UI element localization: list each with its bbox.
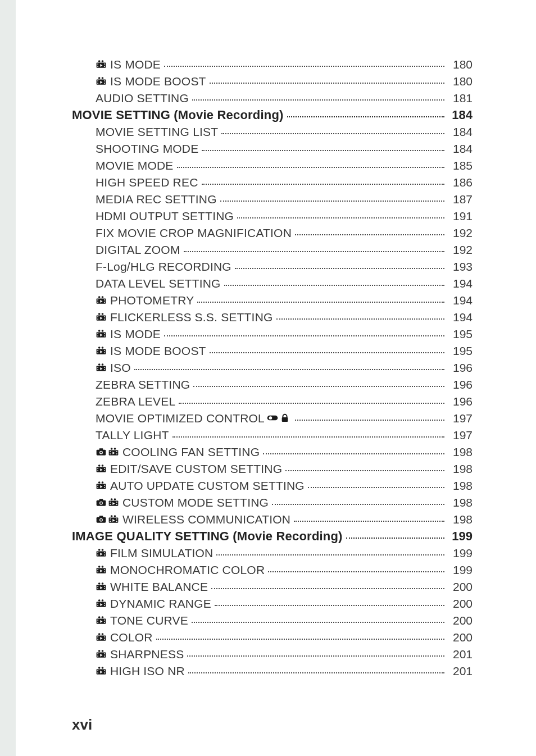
toc-entry-label: HIGH SPEED REC: [96, 174, 198, 191]
toc-entry-page: 192: [448, 225, 473, 242]
toc-entry[interactable]: ZEBRA SETTING 196: [72, 376, 473, 393]
toc-entry-page: 197: [448, 410, 473, 427]
toc-entry[interactable]: HIGH SPEED REC186: [72, 174, 473, 191]
toc-entry[interactable]: WHITE BALANCE200: [72, 579, 473, 595]
toc-entry-label: DATA LEVEL SETTING: [96, 275, 221, 292]
toc-leader-dots: [346, 537, 444, 539]
toc-entry-page: 200: [448, 629, 473, 646]
movie-icon: [96, 329, 107, 338]
toc-entry[interactable]: SHOOTING MODE184: [72, 140, 473, 157]
toc-leader-dots: [134, 368, 444, 370]
toc-entry-label: FILM SIMULATION: [110, 545, 213, 562]
toc-entry[interactable]: IS MODE195: [72, 326, 473, 343]
toc-entry[interactable]: MONOCHROMATIC COLOR 199: [72, 562, 473, 579]
toc-entry-page: 196: [448, 376, 473, 393]
toc-entry-label: TONE CURVE: [110, 612, 188, 629]
toc-entry[interactable]: TONE CURVE 200: [72, 612, 473, 629]
toc-leader-dots: [197, 301, 444, 303]
toc-leader-dots: [272, 503, 444, 505]
toc-entry[interactable]: IS MODE BOOST180: [72, 73, 473, 90]
toc-entry[interactable]: CUSTOM MODE SETTING198: [72, 494, 473, 511]
toc-entry-label: ZEBRA LEVEL: [96, 393, 175, 410]
movie-icon: [96, 649, 107, 658]
toc-entry[interactable]: IS MODE180: [72, 56, 473, 73]
toc-entry[interactable]: MOVIE OPTIMIZED CONTROL 197: [72, 410, 473, 427]
toc-entry-label: MOVIE SETTING LIST: [96, 124, 218, 140]
toc-leader-dots: [268, 571, 444, 572]
toc-entry-label: FIX MOVIE CROP MAGNIFICATION: [96, 225, 292, 242]
toc-entry-label: AUTO UPDATE CUSTOM SETTING: [110, 477, 305, 494]
toc-entry[interactable]: DATA LEVEL SETTING 194: [72, 275, 473, 292]
toc-entry-icons: [96, 498, 120, 507]
toc-entry[interactable]: PHOTOMETRY 194: [72, 292, 473, 309]
movie-icon: [96, 666, 107, 675]
toc-entry-icons: [96, 616, 108, 625]
toc-entry-page: 184: [448, 124, 473, 140]
toc-entry[interactable]: SHARPNESS201: [72, 646, 473, 663]
toc-entry-icons: [96, 76, 108, 85]
toc-leader-dots: [308, 486, 444, 488]
toc-section-heading[interactable]: MOVIE SETTING (Movie Recording)184: [72, 107, 473, 124]
toc-entry-page: 198: [448, 494, 473, 511]
toc-entry-label: WIRELESS COMMUNICATION: [122, 511, 290, 528]
toc-entry[interactable]: HDMI OUTPUT SETTING191: [72, 208, 473, 225]
toc-leader-dots: [237, 217, 444, 218]
toc-entry[interactable]: IS MODE BOOST195: [72, 343, 473, 359]
movie-icon: [96, 565, 107, 574]
toc-entry-page: 195: [448, 343, 473, 359]
toc-entry[interactable]: HIGH ISO NR201: [72, 663, 473, 680]
toc-entry-page: 199: [448, 528, 473, 545]
toc-entry[interactable]: COOLING FAN SETTING198: [72, 444, 473, 461]
toc-entry[interactable]: AUTO UPDATE CUSTOM SETTING 198: [72, 477, 473, 494]
toc-entry-label: IS MODE BOOST: [110, 343, 206, 359]
toc-entry[interactable]: FILM SIMULATION199: [72, 545, 473, 562]
page-number-footer: xvi: [72, 716, 92, 734]
toc-entry-page: 201: [448, 646, 473, 663]
toc-entry[interactable]: ZEBRA LEVEL 196: [72, 393, 473, 410]
toc-leader-dots: [220, 200, 444, 202]
toc-entry-page: 193: [448, 258, 473, 275]
toc-entry[interactable]: F-Log/HLG RECORDING 193: [72, 258, 473, 275]
toc-entry-page: 192: [448, 242, 473, 258]
toc-entry[interactable]: DYNAMIC RANGE200: [72, 595, 473, 612]
toc-entry-icons: [96, 565, 108, 574]
toc-entry-page: 197: [448, 427, 473, 444]
toc-entry-page: 184: [448, 140, 473, 157]
toc-entry[interactable]: COLOR200: [72, 629, 473, 646]
toc-leader-dots: [164, 335, 444, 336]
toc-entry[interactable]: MOVIE SETTING LIST184: [72, 124, 473, 140]
toc-entry-page: 200: [448, 579, 473, 595]
toc-entry[interactable]: MOVIE MODE185: [72, 157, 473, 174]
movie-icon: [96, 481, 107, 490]
toc-entry-label: EDIT/SAVE CUSTOM SETTING: [110, 461, 282, 477]
toc-entry[interactable]: FLICKERLESS S.S. SETTING194: [72, 309, 473, 326]
toc-entry-label: COOLING FAN SETTING: [122, 444, 260, 461]
camera-icon: [96, 447, 107, 456]
toc-entry-page: 187: [448, 191, 473, 208]
toc-entry[interactable]: FIX MOVIE CROP MAGNIFICATION 192: [72, 225, 473, 242]
toc-section-heading[interactable]: IMAGE QUALITY SETTING (Movie Recording) …: [72, 528, 473, 545]
toc-leader-dots: [192, 99, 444, 101]
toc-entry-label: COLOR: [110, 629, 153, 646]
toc-entry[interactable]: WIRELESS COMMUNICATION198: [72, 511, 473, 528]
toc-entry-label: WHITE BALANCE: [110, 579, 208, 595]
toc-entry-icons: [96, 329, 108, 338]
toc-entry[interactable]: AUDIO SETTING181: [72, 90, 473, 107]
toc-entry-icons: [96, 295, 108, 304]
toc-entry[interactable]: ISO196: [72, 359, 473, 376]
toc-entry-label: MONOCHROMATIC COLOR: [110, 562, 265, 579]
camera-icon: [96, 498, 107, 507]
toc-entry-page: 194: [448, 292, 473, 309]
toc-leader-dots: [210, 82, 444, 84]
toc-entry-label: IS MODE: [110, 326, 161, 343]
toc-leader-dots: [193, 385, 444, 387]
toc-entry[interactable]: DIGITAL ZOOM192: [72, 242, 473, 258]
toc-entry-icons: [96, 363, 108, 372]
toc-entry-page: 198: [448, 444, 473, 461]
toc-entry[interactable]: EDIT/SAVE CUSTOM SETTING198: [72, 461, 473, 477]
toc-entry[interactable]: TALLY LIGHT197: [72, 427, 473, 444]
toc-entry[interactable]: MEDIA REC SETTING187: [72, 191, 473, 208]
toc-entry-label: SHARPNESS: [110, 646, 184, 663]
document-page: IS MODE180IS MODE BOOST180AUDIO SETTING1…: [16, 0, 536, 756]
toc-leader-dots: [192, 621, 444, 623]
